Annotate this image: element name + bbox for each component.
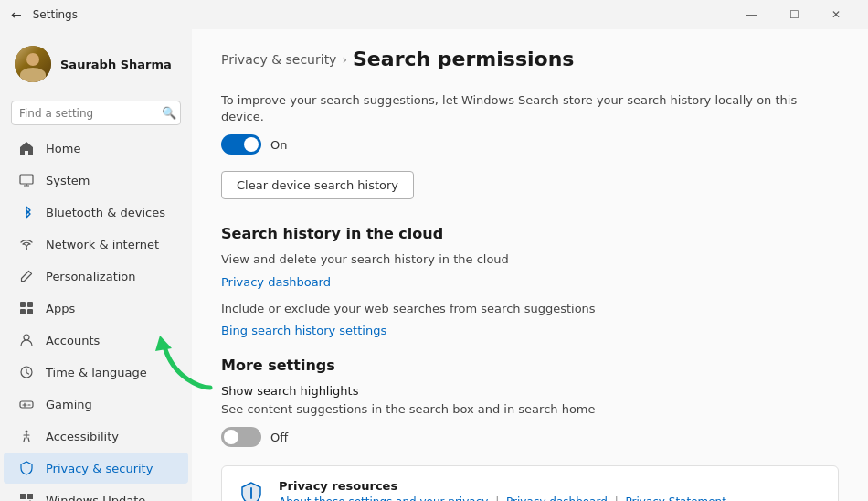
minimize-button[interactable]: —: [731, 0, 773, 29]
toggle-knob-off: [224, 430, 238, 444]
breadcrumb-parent[interactable]: Privacy & security: [221, 52, 336, 67]
accounts-icon: [18, 332, 35, 348]
svg-rect-4: [20, 309, 26, 314]
svg-rect-11: [27, 494, 33, 499]
back-icon[interactable]: ←: [11, 7, 22, 22]
about-settings-link[interactable]: About these settings and your privacy: [279, 496, 488, 501]
bing-link[interactable]: Bing search history settings: [221, 324, 386, 337]
bing-description: Include or exclude your web searches fro…: [221, 301, 839, 317]
page-title: Search permissions: [353, 48, 574, 70]
user-profile[interactable]: Saurabh Sharma: [0, 37, 192, 97]
search-history-device-description: To improve your search suggestions, let …: [221, 92, 839, 125]
sidebar-item-system[interactable]: System: [4, 165, 188, 196]
sidebar-item-apps-label: Apps: [46, 302, 75, 315]
search-box[interactable]: 🔍: [11, 101, 181, 125]
app-container: Saurabh Sharma 🔍 Home System: [0, 29, 868, 501]
apps-icon: [18, 300, 35, 316]
time-icon: [18, 364, 35, 380]
sidebar-item-accounts-label: Accounts: [46, 334, 100, 347]
search-highlights-toggle[interactable]: [221, 427, 261, 447]
sidebar-item-time-label: Time & language: [46, 366, 147, 379]
show-highlights-label: Show search highlights: [221, 383, 839, 400]
sidebar-item-windows-update-label: Windows Update: [46, 494, 145, 502]
search-history-toggle[interactable]: [221, 134, 261, 155]
sidebar-item-windows-update[interactable]: Windows Update: [4, 485, 188, 501]
svg-point-9: [26, 431, 28, 433]
sidebar-nav: Home System Bluetooth & devices Network …: [0, 133, 192, 501]
sidebar-item-accessibility-label: Accessibility: [46, 430, 119, 443]
sidebar-item-accounts[interactable]: Accounts: [4, 325, 188, 356]
main-content: Privacy & security › Search permissions …: [192, 29, 868, 501]
sidebar-item-privacy-label: Privacy & security: [46, 462, 153, 475]
svg-rect-10: [20, 494, 26, 499]
title-text: Settings: [33, 8, 78, 21]
search-history-device-section: To improve your search suggestions, let …: [221, 92, 839, 207]
privacy-icon: [18, 460, 35, 476]
svg-point-6: [24, 335, 29, 340]
sidebar-item-time[interactable]: Time & language: [4, 357, 188, 388]
maximize-button[interactable]: ☐: [773, 0, 815, 29]
svg-rect-0: [20, 175, 33, 184]
title-bar-controls: — ☐ ✕: [731, 0, 857, 29]
breadcrumb-separator: ›: [342, 52, 347, 67]
more-settings-section: More settings Show search highlights See…: [221, 357, 839, 447]
home-icon: [18, 140, 35, 156]
cloud-section-heading: Search history in the cloud: [221, 225, 839, 242]
sidebar-item-home-label: Home: [46, 142, 80, 155]
svg-rect-3: [27, 302, 33, 307]
sidebar-item-home[interactable]: Home: [4, 133, 188, 164]
sidebar-item-network-label: Network & internet: [46, 238, 159, 251]
search-history-cloud-section: Search history in the cloud View and del…: [221, 225, 839, 337]
title-bar-left: ← Settings: [11, 7, 78, 22]
privacy-statement-link[interactable]: Privacy Statement: [626, 496, 726, 501]
close-button[interactable]: ✕: [815, 0, 857, 29]
sidebar-item-bluetooth-label: Bluetooth & devices: [46, 206, 165, 219]
sidebar-item-personalization-label: Personalization: [46, 270, 136, 283]
toggle-off-label: Off: [270, 431, 288, 444]
svg-point-1: [26, 248, 27, 250]
sidebar-item-personalization[interactable]: Personalization: [4, 261, 188, 292]
toggle-on-label: On: [270, 138, 287, 152]
privacy-dashboard-link[interactable]: Privacy dashboard: [221, 275, 331, 289]
sidebar: Saurabh Sharma 🔍 Home System: [0, 29, 192, 501]
sidebar-item-accessibility[interactable]: Accessibility: [4, 421, 188, 452]
sidebar-item-network[interactable]: Network & internet: [4, 229, 188, 260]
network-icon: [18, 236, 35, 252]
privacy-resources-content: Privacy resources About these settings a…: [279, 479, 726, 501]
cloud-description: View and delete your search history in t…: [221, 251, 839, 268]
svg-rect-5: [27, 309, 33, 314]
sidebar-item-gaming[interactable]: Gaming: [4, 389, 188, 420]
privacy-dashboard-link-2[interactable]: Privacy dashboard: [506, 496, 608, 501]
link-separator-2: |: [615, 496, 619, 501]
toggle-knob: [244, 137, 259, 152]
toggle-on-row: On: [221, 134, 839, 155]
accessibility-icon: [18, 428, 35, 444]
gaming-icon: [18, 396, 35, 412]
breadcrumb: Privacy & security › Search permissions: [221, 48, 839, 70]
privacy-resources-box: Privacy resources About these settings a…: [221, 465, 839, 501]
personalization-icon: [18, 268, 35, 284]
bluetooth-icon: [18, 204, 35, 220]
sidebar-item-privacy[interactable]: Privacy & security: [4, 453, 188, 484]
sidebar-item-bluetooth[interactable]: Bluetooth & devices: [4, 197, 188, 228]
search-input[interactable]: [19, 107, 156, 120]
toggle-off-row: Off: [221, 427, 839, 447]
privacy-resources-icon: [237, 479, 266, 501]
privacy-resources-title: Privacy resources: [279, 479, 726, 493]
show-highlights-description: See content suggestions in the search bo…: [221, 401, 839, 418]
system-icon: [18, 172, 35, 188]
windows-update-icon: [18, 492, 35, 501]
title-bar: ← Settings — ☐ ✕: [0, 0, 868, 29]
sidebar-item-gaming-label: Gaming: [46, 398, 92, 411]
link-separator-1: |: [495, 496, 499, 501]
sidebar-item-apps[interactable]: Apps: [4, 293, 188, 324]
user-name: Saurabh Sharma: [60, 58, 172, 71]
clear-history-button[interactable]: Clear device search history: [221, 171, 414, 199]
sidebar-item-system-label: System: [46, 174, 90, 187]
scroll-section: To improve your search suggestions, let …: [221, 89, 839, 501]
privacy-resources-links: About these settings and your privacy | …: [279, 496, 726, 501]
search-icon: 🔍: [162, 106, 176, 120]
more-settings-heading: More settings: [221, 357, 839, 374]
svg-rect-2: [20, 302, 26, 307]
avatar: [15, 46, 51, 82]
